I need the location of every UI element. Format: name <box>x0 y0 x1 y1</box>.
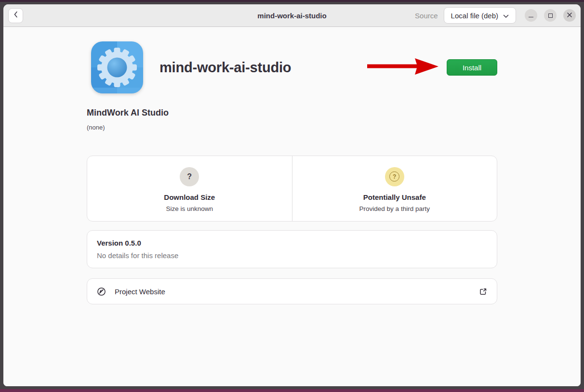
compass-icon <box>97 287 106 296</box>
download-size-tile[interactable]: ? Download Size Size is unknown <box>87 156 292 221</box>
tile-title: Potentially Unsafe <box>363 193 426 201</box>
chevron-down-icon <box>503 12 509 20</box>
website-label: Project Website <box>115 287 165 296</box>
source-dropdown-value: Local file (deb) <box>451 12 498 20</box>
maximize-button[interactable] <box>544 9 557 22</box>
hero-row: mind-work-ai-studio Install <box>87 40 497 94</box>
chevron-left-icon <box>13 11 19 20</box>
install-button[interactable]: Install <box>447 59 497 76</box>
app-developer: (none) <box>87 124 497 131</box>
software-window: mind-work-ai-studio Source Local file (d… <box>3 4 581 386</box>
source-label: Source <box>415 12 438 20</box>
close-button[interactable] <box>563 9 576 22</box>
app-icon <box>90 40 144 94</box>
source-dropdown[interactable]: Local file (deb) <box>444 7 516 24</box>
window-controls <box>525 9 576 22</box>
annotation-arrow-icon <box>367 56 439 79</box>
version-title: Version 0.5.0 <box>97 239 487 247</box>
headerbar: mind-work-ai-studio Source Local file (d… <box>3 4 581 27</box>
version-subtitle: No details for this release <box>97 251 487 260</box>
project-website-row[interactable]: Project Website <box>87 278 497 304</box>
wallpaper-bottom-strip <box>0 389 584 392</box>
external-link-icon <box>479 287 487 296</box>
minimize-icon <box>529 17 533 17</box>
back-button[interactable] <box>8 8 23 23</box>
close-icon <box>567 11 572 20</box>
safety-tile[interactable]: ? Potentially Unsafe Provided by a third… <box>292 156 497 221</box>
app-id-heading: mind-work-ai-studio <box>159 60 291 76</box>
version-card: Version 0.5.0 No details for this releas… <box>87 230 497 268</box>
tile-subtitle: Size is unknown <box>166 205 213 212</box>
context-tiles-card: ? Download Size Size is unknown ? Potent… <box>87 156 497 222</box>
minimize-button[interactable] <box>525 9 537 22</box>
question-mark-icon: ? <box>180 167 199 186</box>
maximize-icon <box>548 13 553 18</box>
tile-subtitle: Provided by a third party <box>359 205 430 212</box>
app-display-name: MindWork AI Studio <box>87 108 497 118</box>
wallpaper-top-strip <box>0 0 584 2</box>
circled-question-icon: ? <box>385 167 404 186</box>
app-details-page: mind-work-ai-studio Install MindWork AI … <box>3 27 581 386</box>
tile-title: Download Size <box>164 193 215 201</box>
